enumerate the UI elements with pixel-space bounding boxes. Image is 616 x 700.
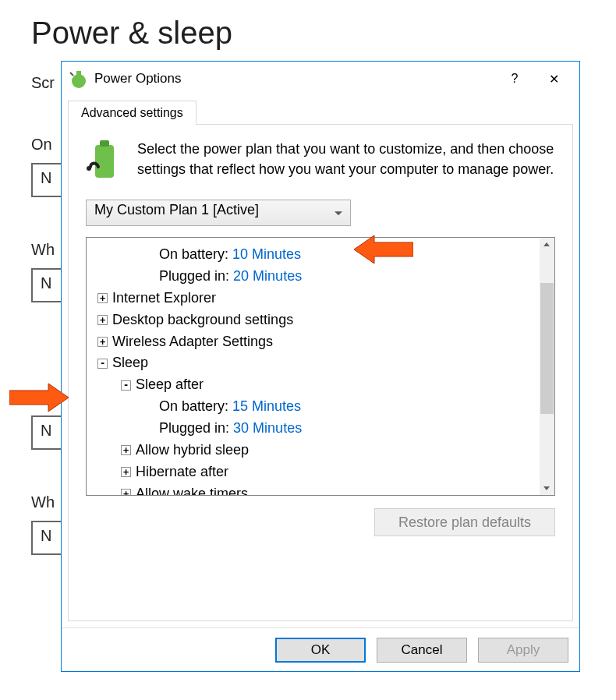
plan-select-value: My Custom Plan 1 [Active]: [94, 202, 259, 217]
power-options-icon: [68, 68, 90, 90]
expand-icon[interactable]: +: [97, 337, 108, 347]
dialog-title: Power Options: [94, 71, 495, 87]
ok-button[interactable]: OK: [275, 638, 366, 663]
tree-item-plugged-in[interactable]: Plugged in: 20 Minutes: [91, 266, 535, 288]
svg-marker-5: [354, 235, 413, 263]
tree-item-desktop-background[interactable]: +Desktop background settings: [91, 309, 535, 331]
dialog-footer: OK Cancel Apply: [62, 628, 579, 671]
expand-icon[interactable]: +: [97, 315, 108, 325]
settings-tree: On battery: 10 Minutes Plugged in: 20 Mi…: [86, 237, 555, 496]
svg-point-0: [72, 74, 86, 88]
tree-item-internet-explorer[interactable]: +Internet Explorer: [91, 288, 535, 309]
collapse-icon[interactable]: -: [97, 359, 108, 369]
help-button[interactable]: ?: [495, 64, 534, 94]
tree-item-wireless-adapter[interactable]: +Wireless Adapter Settings: [91, 331, 535, 353]
tree-scrollbar[interactable]: [540, 238, 554, 495]
restore-defaults-button[interactable]: Restore plan defaults: [374, 508, 555, 536]
tree-item-sleep-after[interactable]: -Sleep after: [91, 374, 535, 396]
scrollbar-thumb[interactable]: [540, 283, 554, 414]
collapse-icon[interactable]: -: [121, 380, 131, 391]
cancel-button[interactable]: Cancel: [377, 638, 467, 663]
battery-icon: [86, 139, 123, 182]
tree-item-allow-hybrid-sleep[interactable]: +Allow hybrid sleep: [91, 440, 535, 461]
expand-icon[interactable]: +: [121, 489, 131, 495]
expand-icon[interactable]: +: [97, 293, 108, 303]
tab-panel: Select the power plan that you want to c…: [68, 124, 573, 621]
tree-item-allow-wake-timers[interactable]: +Allow wake timers: [91, 483, 535, 495]
tree-item-sleep-plugged-in[interactable]: Plugged in: 30 Minutes: [91, 418, 535, 440]
annotation-arrow-right-icon: [9, 380, 69, 415]
plan-select[interactable]: My Custom Plan 1 [Active]: [86, 200, 351, 226]
expand-icon[interactable]: +: [121, 467, 131, 477]
titlebar[interactable]: Power Options ? ✕: [62, 62, 579, 96]
svg-point-4: [87, 166, 91, 171]
tree-item-sleep[interactable]: -Sleep: [91, 352, 535, 374]
power-options-dialog: Power Options ? ✕ Advanced settings Sele…: [61, 61, 580, 672]
tabstrip: Advanced settings: [62, 96, 579, 125]
tree-item-sleep-on-battery[interactable]: On battery: 15 Minutes: [91, 396, 535, 418]
page-title: Power & sleep: [31, 16, 585, 51]
svg-rect-3: [100, 140, 109, 147]
description-text: Select the power plan that you want to c…: [137, 139, 555, 182]
tree-item-hibernate-after[interactable]: +Hibernate after: [91, 461, 535, 483]
annotation-arrow-left-icon: [354, 232, 413, 267]
close-button[interactable]: ✕: [534, 64, 573, 94]
apply-button[interactable]: Apply: [478, 638, 568, 663]
tree-item-on-battery[interactable]: On battery: 10 Minutes: [91, 244, 535, 266]
svg-rect-1: [76, 71, 81, 76]
svg-rect-2: [95, 145, 114, 178]
expand-icon[interactable]: +: [121, 445, 131, 455]
tab-advanced-settings[interactable]: Advanced settings: [68, 101, 196, 125]
svg-marker-6: [9, 384, 69, 412]
